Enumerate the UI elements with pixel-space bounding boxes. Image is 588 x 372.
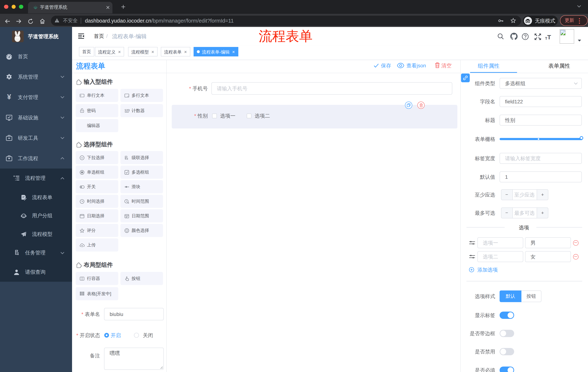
svg-text:123: 123 [124,109,129,112]
svg-text:T: T [547,34,551,41]
svg-text:T: T [545,36,547,40]
